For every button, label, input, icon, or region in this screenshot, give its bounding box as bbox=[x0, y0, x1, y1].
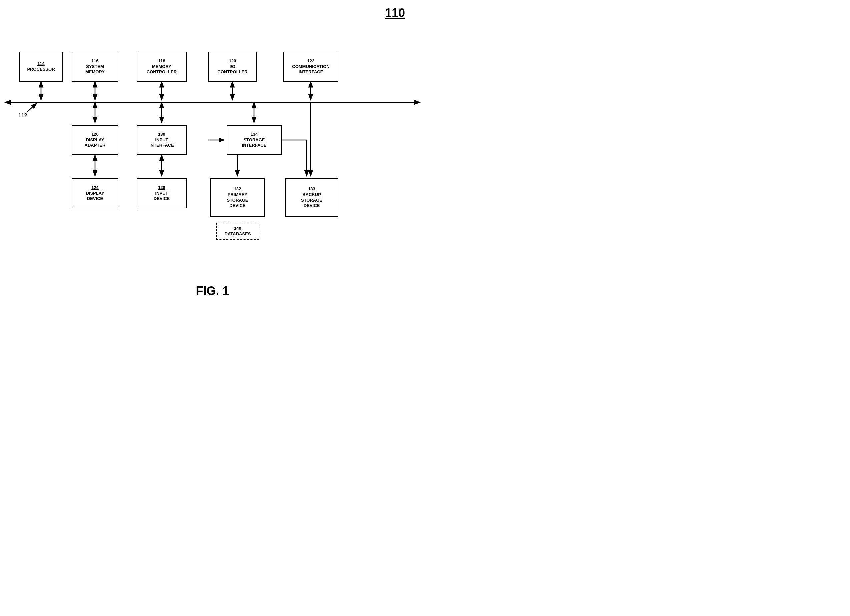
input-device-ref: 128 bbox=[158, 185, 165, 191]
display-device-ref: 124 bbox=[91, 185, 99, 191]
input-interface-label: INPUTINTERFACE bbox=[149, 138, 174, 149]
storage-interface-label: STORAGEINTERFACE bbox=[242, 138, 267, 149]
system-memory-ref: 116 bbox=[91, 58, 99, 64]
processor-ref: 114 bbox=[37, 61, 45, 67]
comm-interface-ref: 122 bbox=[307, 58, 315, 64]
display-adapter-label: DISPLAYADAPTER bbox=[85, 138, 106, 149]
memory-controller-label: MEMORYCONTROLLER bbox=[147, 64, 177, 75]
ref-110: 110 bbox=[385, 6, 405, 20]
backup-storage-label: BACKUPSTORAGEDEVICE bbox=[301, 192, 322, 209]
system-memory-label: SYSTEMMEMORY bbox=[85, 64, 105, 75]
system-memory-box: 116 SYSTEMMEMORY bbox=[72, 52, 118, 82]
input-interface-ref: 130 bbox=[158, 132, 165, 138]
arrows-svg bbox=[0, 0, 425, 308]
comm-interface-box: 122 COMMUNICATIONINTERFACE bbox=[283, 52, 338, 82]
input-device-label: INPUTDEVICE bbox=[154, 191, 170, 202]
fig-caption: FIG. 1 bbox=[0, 284, 425, 298]
processor-label: PROCESSOR bbox=[27, 67, 55, 72]
databases-box: 140 DATABASES bbox=[216, 223, 259, 240]
primary-storage-label: PRIMARYSTORAGEDEVICE bbox=[227, 192, 248, 209]
svg-line-19 bbox=[27, 103, 37, 112]
storage-interface-ref: 134 bbox=[251, 132, 258, 138]
io-controller-label: I/OCONTROLLER bbox=[217, 64, 247, 75]
databases-ref: 140 bbox=[234, 226, 241, 231]
processor-box: 114 PROCESSOR bbox=[19, 52, 63, 82]
system-bus bbox=[5, 102, 418, 103]
memory-controller-box: 118 MEMORYCONTROLLER bbox=[137, 52, 187, 82]
bus-label: 112 bbox=[18, 113, 27, 119]
primary-storage-ref: 132 bbox=[234, 186, 241, 192]
display-adapter-ref: 126 bbox=[91, 132, 99, 138]
io-controller-ref: 120 bbox=[229, 58, 236, 64]
io-controller-box: 120 I/OCONTROLLER bbox=[208, 52, 257, 82]
display-device-box: 124 DISPLAYDEVICE bbox=[72, 178, 118, 208]
memory-controller-ref: 118 bbox=[158, 58, 165, 64]
input-device-box: 128 INPUTDEVICE bbox=[137, 178, 187, 208]
comm-interface-label: COMMUNICATIONINTERFACE bbox=[292, 64, 329, 75]
backup-storage-ref: 133 bbox=[308, 186, 315, 192]
primary-storage-box: 132 PRIMARYSTORAGEDEVICE bbox=[210, 178, 265, 217]
databases-label: DATABASES bbox=[224, 231, 251, 237]
display-adapter-box: 126 DISPLAYADAPTER bbox=[72, 125, 118, 155]
input-interface-box: 130 INPUTINTERFACE bbox=[137, 125, 187, 155]
storage-interface-box: 134 STORAGEINTERFACE bbox=[227, 125, 282, 155]
diagram: 110 114 PROCESSOR 116 SYSTEMMEMORY 118 M… bbox=[0, 0, 425, 308]
backup-storage-box: 133 BACKUPSTORAGEDEVICE bbox=[285, 178, 338, 217]
display-device-label: DISPLAYDEVICE bbox=[86, 191, 104, 202]
